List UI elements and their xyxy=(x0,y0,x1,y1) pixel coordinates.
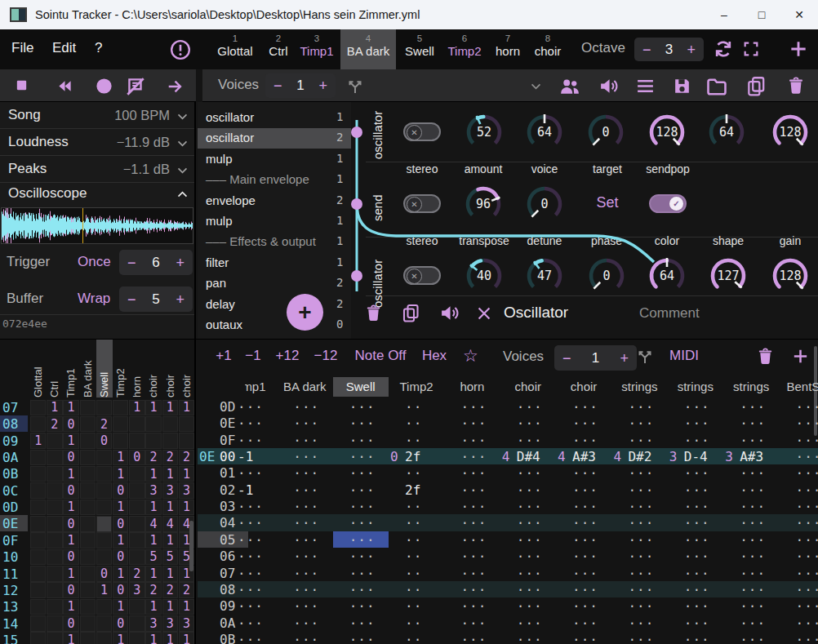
pattern-cell[interactable]: 0 xyxy=(63,416,78,433)
note-cell[interactable]: ··· xyxy=(500,615,556,631)
note-cell[interactable]: ··· xyxy=(277,598,332,614)
note-cell[interactable]: ··· xyxy=(780,615,818,631)
pattern-cell[interactable]: 0 xyxy=(96,566,112,582)
trash-icon[interactable] xyxy=(364,304,383,322)
pattern-cell[interactable] xyxy=(30,599,46,615)
knob-color[interactable]: 64 xyxy=(647,255,687,296)
knob-gain[interactable]: 128 xyxy=(770,255,811,296)
note-cell[interactable]: ··· xyxy=(668,566,723,581)
unit-list-item-mulp[interactable]: mulp1 xyxy=(198,149,351,170)
pattern-cell[interactable] xyxy=(80,466,96,482)
unit-list-item-mulp[interactable]: mulp1 xyxy=(198,211,351,232)
note-cell[interactable]: ··· xyxy=(333,515,389,531)
note-cell[interactable]: ··· xyxy=(611,582,667,597)
note-cell[interactable]: ··· xyxy=(780,598,818,614)
pattern-cell[interactable]: 3 xyxy=(129,582,144,598)
note-cell[interactable]: ··· xyxy=(444,615,500,631)
pattern-cell[interactable] xyxy=(30,582,46,598)
split-track-icon[interactable] xyxy=(635,346,655,366)
pattern-cell[interactable] xyxy=(47,433,62,449)
pattern-cell[interactable] xyxy=(96,482,112,499)
note-off-flag-icon[interactable] xyxy=(125,76,146,97)
pattern-cell[interactable]: 1 xyxy=(63,566,78,582)
tab-instrument-swell[interactable]: 5Swell xyxy=(400,29,439,69)
stop-icon[interactable] xyxy=(15,78,29,92)
note-cell[interactable]: ··· xyxy=(333,482,389,498)
pattern-cell[interactable] xyxy=(47,582,62,598)
pattern-cell[interactable]: 1 xyxy=(113,466,128,482)
pattern-cell[interactable]: 1 xyxy=(63,632,78,644)
pattern-cell[interactable] xyxy=(129,466,144,482)
chevron-down-icon[interactable] xyxy=(176,109,189,123)
note-cell[interactable]: ··· xyxy=(668,632,723,644)
note-cell[interactable]: ·· xyxy=(389,582,444,597)
pattern-track-header-4[interactable]: Swell xyxy=(98,342,110,398)
scrollbar-thumb[interactable] xyxy=(189,521,193,571)
trigger-minus-button[interactable]: − xyxy=(127,255,136,270)
note-cell[interactable]: ··· xyxy=(668,582,723,597)
pattern-cell[interactable] xyxy=(80,400,96,416)
note-cell[interactable]: -1 xyxy=(221,482,277,498)
tab-instrument-timp1[interactable]: 3Timp1 xyxy=(296,29,338,69)
loop-icon[interactable] xyxy=(713,38,734,60)
pattern-cell[interactable] xyxy=(129,632,144,644)
note-cell[interactable]: ··· xyxy=(611,499,667,514)
pattern-track-header-1[interactable]: Ctrl xyxy=(48,342,60,398)
note-cell[interactable]: ·· xyxy=(389,615,444,631)
chevron-down-icon[interactable] xyxy=(176,136,189,150)
pattern-cell[interactable] xyxy=(30,450,46,466)
note-cell[interactable]: ··· xyxy=(221,465,277,481)
knob-param[interactable]: 52 xyxy=(464,112,505,153)
note-cell[interactable]: ··· xyxy=(333,632,389,644)
note-cell[interactable]: ··· xyxy=(611,532,667,548)
note-cell[interactable]: ··· xyxy=(500,549,556,564)
pattern-cell[interactable]: 0 xyxy=(63,615,78,632)
pattern-cell[interactable] xyxy=(30,482,46,499)
note-cell[interactable]: 4D#4 xyxy=(500,449,556,464)
pattern-cell[interactable] xyxy=(80,500,96,516)
loudness-row[interactable]: Loudness −11.9 dB xyxy=(0,129,194,156)
pattern-cell[interactable]: 3 xyxy=(179,482,194,499)
note-cell[interactable]: ··· xyxy=(780,433,818,448)
note-cell[interactable]: ··· xyxy=(556,549,611,564)
note-cell[interactable]: ··· xyxy=(221,549,277,564)
pattern-cell[interactable] xyxy=(80,416,96,433)
pattern-cell[interactable]: 1 xyxy=(145,599,161,615)
pattern-cell[interactable] xyxy=(96,450,112,466)
note-cell[interactable]: ··· xyxy=(500,598,556,614)
knob-detune[interactable]: 47 xyxy=(524,255,565,296)
note-cell[interactable]: ··· xyxy=(556,415,611,431)
track-voices-minus-button[interactable]: − xyxy=(562,351,571,366)
pattern-track-header-2[interactable]: Timp1 xyxy=(64,342,77,398)
pattern-cell[interactable] xyxy=(30,416,46,433)
pattern-cell[interactable]: 1 xyxy=(162,599,178,615)
pattern-cell[interactable]: 5 xyxy=(145,549,161,566)
trash-icon[interactable] xyxy=(756,347,775,366)
knob-param[interactable]: 128 xyxy=(647,112,687,153)
pattern-cell[interactable] xyxy=(96,532,112,549)
pattern-cell[interactable]: 1 xyxy=(63,433,78,449)
note-cell[interactable]: ··· xyxy=(723,433,779,448)
note-cell[interactable]: ··· xyxy=(668,549,723,564)
note-cell[interactable]: ·· xyxy=(389,549,444,564)
pattern-cell[interactable] xyxy=(80,516,96,532)
pattern-cell[interactable]: 0 xyxy=(63,450,78,466)
note-cell[interactable]: ··· xyxy=(556,615,611,631)
pattern-cell[interactable]: 0 xyxy=(63,482,78,499)
note-cell[interactable]: ··· xyxy=(277,482,332,498)
note-cell[interactable]: ··· xyxy=(611,415,667,431)
pattern-cell[interactable]: 1 xyxy=(145,500,161,516)
note-cell[interactable]: ··· xyxy=(444,399,500,415)
pattern-cell[interactable]: 0 xyxy=(63,549,78,566)
knob-param[interactable]: 64 xyxy=(524,112,565,153)
pattern-cell[interactable]: 3 xyxy=(162,482,178,499)
note-cell[interactable]: ··· xyxy=(333,582,389,597)
note-cell[interactable]: ··· xyxy=(333,415,389,431)
pattern-track-header-5[interactable]: Timp2 xyxy=(114,342,127,398)
midi-button[interactable]: MIDI xyxy=(660,348,709,364)
knob-transpose[interactable]: 40 xyxy=(464,255,505,296)
pattern-cell[interactable]: 5 xyxy=(162,549,178,566)
pattern-cell[interactable]: 1 xyxy=(162,566,178,582)
pattern-cell[interactable] xyxy=(30,566,46,582)
pattern-cell[interactable]: 1 xyxy=(179,599,194,615)
